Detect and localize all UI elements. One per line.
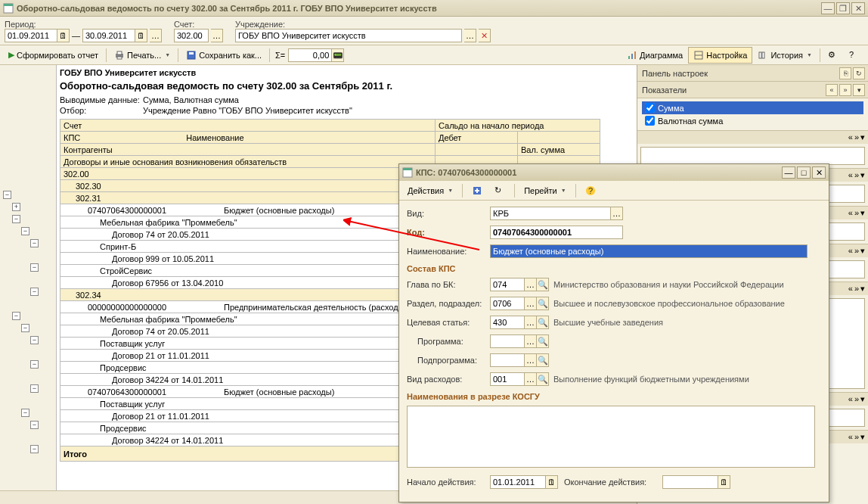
collapsed-nav-5l[interactable]: « [848,284,853,294]
extra-button-1[interactable]: ⚙ [823,47,844,64]
panel-btn-1[interactable]: ⎘ [839,67,851,79]
print-button[interactable]: Печать... ▼ [109,47,175,64]
date-from-calendar-icon[interactable]: 🗓 [57,29,70,42]
subprogram-input[interactable] [490,353,525,367]
tree-expand-button[interactable]: − [30,445,39,453]
tree-expand-button[interactable]: − [30,360,39,369]
tree-expand-button[interactable]: − [21,409,29,417]
start-calendar-button[interactable]: 🗓 [546,475,558,489]
indicator-currency-checkbox[interactable] [645,116,655,126]
collapsed-nav-3r[interactable]: » [854,208,859,218]
collapsed-nav-6l[interactable]: « [848,394,853,404]
collapsed-nav-2l[interactable]: « [848,170,853,180]
collapsed-nav-1r[interactable]: » [854,132,859,142]
tree-expand-button[interactable]: − [30,263,39,272]
minimize-button[interactable]: — [821,2,835,14]
glava-input[interactable] [490,278,525,291]
date-to-calendar-icon[interactable]: 🗓 [135,29,147,42]
account-dropdown-button[interactable]: … [211,29,223,42]
kind-input[interactable] [490,207,611,220]
program-search-button[interactable]: 🔍 [537,334,549,348]
sum-value-field[interactable] [288,48,332,62]
collapsed-dd-6[interactable]: ▾ [860,394,865,404]
collapsed-nav-7l[interactable]: « [848,432,853,442]
run-report-button[interactable]: ▶ Сформировать отчет [3,47,104,64]
collapsed-nav-3l[interactable]: « [848,208,853,218]
institution-input[interactable] [235,29,462,42]
razdel-select-button[interactable]: … [525,297,537,310]
expense-search-button[interactable]: 🔍 [537,372,549,386]
expense-input[interactable] [490,372,525,386]
tree-expand-button[interactable]: − [3,191,11,199]
collapsed-nav-5r[interactable]: » [854,284,859,294]
collapsed-nav-4l[interactable]: « [848,246,853,256]
end-calendar-button[interactable]: 🗓 [718,475,730,489]
period-more-button[interactable]: … [150,29,162,42]
kind-select-button[interactable]: … [611,207,623,220]
code-input[interactable] [490,226,623,239]
indicator-currency-row[interactable]: Валютная сумма [642,114,863,127]
program-select-button[interactable]: … [525,334,537,348]
date-to-input[interactable] [82,29,135,42]
glava-search-button[interactable]: 🔍 [537,278,549,291]
chart-button[interactable]: Диаграмма [622,47,688,64]
dialog-goto-button[interactable]: Перейти▼ [519,182,572,199]
tree-expand-button[interactable]: − [30,384,39,393]
dialog-minimize-button[interactable]: — [782,166,795,179]
tree-expand-button[interactable]: − [12,312,20,320]
target-select-button[interactable]: … [525,316,537,329]
tree-expand-button[interactable]: − [30,336,39,344]
tree-expand-button[interactable]: − [30,288,39,296]
tree-expand-button[interactable]: + [12,203,20,211]
kosgu-listbox[interactable] [407,406,815,468]
tree-expand-button[interactable]: − [30,421,39,429]
maximize-button[interactable]: ❐ [836,2,850,14]
dialog-refresh-button[interactable]: ↻ [489,182,510,199]
institution-clear-button[interactable]: ✕ [479,29,491,42]
expense-select-button[interactable]: … [525,372,537,386]
collapsed-nav-4r[interactable]: » [854,246,859,256]
indicator-sum-checkbox[interactable] [645,103,655,113]
institution-dropdown-button[interactable]: … [464,29,476,42]
end-input[interactable] [662,475,718,489]
tree-expand-button[interactable]: − [21,227,29,235]
date-from-input[interactable] [5,29,57,42]
close-button[interactable]: ✕ [851,2,865,14]
collapsed-nav-1l[interactable]: « [848,132,853,142]
section-nav-left[interactable]: « [826,84,838,96]
tree-expand-button[interactable]: − [12,215,20,223]
sum-calc-button[interactable]: 📟 [332,48,344,62]
razdel-search-button[interactable]: 🔍 [537,297,549,310]
dialog-maximize-button[interactable]: □ [797,166,811,179]
collapsed-nav-6r[interactable]: » [854,394,859,404]
name-input[interactable] [490,244,808,258]
collapsed-dd-3[interactable]: ▾ [860,208,865,218]
program-input[interactable] [490,334,525,348]
history-button[interactable]: История ▼ [752,47,817,64]
dialog-save-button[interactable] [467,182,488,199]
tree-expand-button[interactable]: − [21,324,29,332]
collapsed-dd-7[interactable]: ▾ [860,432,865,442]
indicator-sum-row[interactable]: Сумма [642,101,863,114]
collapsed-dd-4[interactable]: ▾ [860,246,865,256]
glava-select-button[interactable]: … [525,278,537,291]
collapsed-dd-1[interactable]: ▾ [860,132,865,142]
collapsed-nav-2r[interactable]: » [854,170,859,180]
target-input[interactable] [490,316,525,329]
target-search-button[interactable]: 🔍 [537,316,549,329]
start-input[interactable] [490,475,546,489]
dialog-help-button[interactable]: ? [580,182,601,199]
panel-btn-2[interactable]: ↻ [853,67,865,79]
subprogram-select-button[interactable]: … [525,353,537,367]
section-nav-right[interactable]: » [839,84,851,96]
collapsed-nav-7r[interactable]: » [854,432,859,442]
razdel-input[interactable] [490,297,525,310]
section-dropdown[interactable]: ▾ [853,84,865,96]
extra-button-2[interactable]: ? [844,47,865,64]
save-button[interactable]: Сохранить как... [181,47,267,64]
dialog-actions-button[interactable]: Действия▼ [402,182,458,199]
collapsed-dd-2[interactable]: ▾ [860,170,865,180]
account-input[interactable] [174,29,209,42]
collapsed-dd-5[interactable]: ▾ [860,284,865,294]
settings-button[interactable]: Настройка [688,47,752,64]
